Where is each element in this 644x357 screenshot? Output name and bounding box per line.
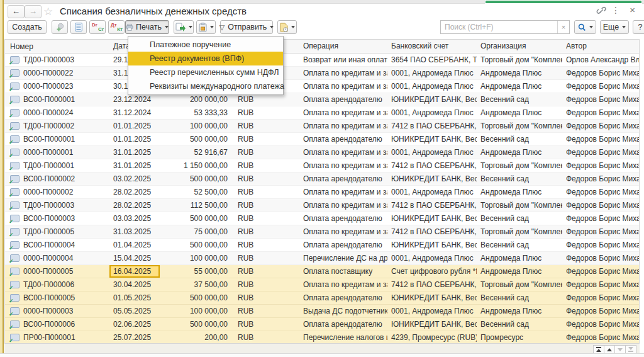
table-cell[interactable]: Оплата по кредитам и за… — [299, 159, 387, 172]
table-cell[interactable]: 31.01.2025 — [109, 159, 160, 172]
table-cell[interactable]: 100 000,00 — [160, 120, 230, 132]
table-cell[interactable]: Торговый дом "Комплекс… — [477, 54, 562, 66]
table-cell[interactable]: Оплата по кредитам и за… — [299, 80, 387, 93]
table-cell[interactable]: Торговый дом "Комплекс… — [477, 278, 562, 291]
table-cell[interactable]: 30.04.2025 — [109, 278, 160, 291]
table-cell[interactable]: 500 000,00 — [160, 212, 230, 225]
clipboard-button[interactable] — [196, 20, 216, 34]
table-cell[interactable]: Андромеда Плюс — [477, 305, 562, 317]
table-cell[interactable]: Федоров Борис Михайло… — [562, 252, 639, 264]
go-first-button[interactable] — [593, 345, 604, 354]
list-view-button[interactable] — [70, 20, 87, 34]
table-cell[interactable]: ЮНИКРЕДИТ БАНК, Вес… — [387, 292, 477, 304]
table-cell[interactable]: RUB — [230, 146, 299, 159]
table-cell[interactable]: RUB — [230, 305, 299, 317]
table-cell[interactable]: 55 000,00 — [160, 265, 230, 278]
table-cell[interactable]: 28.02.2025 — [109, 199, 160, 212]
table-cell[interactable]: ✓ВС00-П000003 — [5, 212, 109, 225]
table-cell[interactable]: Андромеда Плюс — [477, 106, 562, 119]
table-cell[interactable]: RUB — [230, 199, 299, 212]
print-menu-item[interactable]: Реквизиты международного платежа — [128, 79, 283, 93]
table-cell[interactable]: RUB — [230, 106, 299, 119]
table-cell[interactable]: Орлов Александр Влади… — [562, 54, 639, 66]
table-cell[interactable]: 500 000,00 — [160, 133, 230, 145]
table-cell[interactable]: 02.06.2025 — [109, 318, 160, 331]
table-row[interactable]: ✓0000-П00000228.02.202552 500,00RUBОплат… — [5, 186, 639, 199]
table-cell[interactable]: 16.04.2025 — [109, 265, 160, 278]
column-header[interactable]: Организация — [477, 40, 562, 53]
table-cell[interactable]: Андромеда Плюс — [477, 265, 562, 278]
table-cell[interactable]: Федоров Борис Михайло… — [562, 265, 639, 278]
table-cell[interactable]: 0001, Андромеда Плюс — [387, 80, 477, 93]
link-icon[interactable] — [596, 6, 606, 16]
dt-kt-button[interactable]: Дт Кт — [108, 20, 125, 34]
table-cell[interactable]: Федоров Борис Михайло… — [562, 67, 639, 79]
table-cell[interactable]: Федоров Борис Михайло… — [562, 239, 639, 251]
table-cell[interactable]: 500 000,00 — [160, 239, 230, 251]
table-cell[interactable]: 01.01.2025 — [109, 133, 160, 145]
forward-button[interactable]: → — [25, 5, 42, 18]
table-cell[interactable]: 500 000,00 — [160, 318, 230, 331]
table-cell[interactable]: 0001, Андромеда Плюс — [387, 67, 477, 79]
table-cell[interactable]: Весенний сад — [477, 318, 562, 331]
table-cell[interactable]: Оплата по кредитам и за… — [299, 225, 387, 238]
table-cell[interactable]: Оплата по кредитам и за… — [299, 146, 387, 159]
table-cell[interactable]: 05.05.2025 — [109, 305, 160, 317]
table-cell[interactable]: RUB — [230, 318, 299, 331]
table-cell[interactable]: 37 500,00 — [160, 278, 230, 291]
table-cell[interactable]: Весенний сад — [477, 212, 562, 225]
print-menu-item[interactable]: Реестр документов (ВПФ) — [128, 52, 283, 65]
print-button[interactable]: Печать — [125, 20, 169, 34]
go-previous-button[interactable] — [604, 345, 615, 354]
table-cell[interactable]: Федоров Борис Михайло… — [562, 186, 639, 198]
table-cell[interactable]: 75 000,00 — [160, 225, 230, 238]
table-cell[interactable]: Андромеда Плюс — [477, 146, 562, 159]
table-cell[interactable]: 31.12.2024 — [109, 106, 160, 119]
table-cell[interactable]: Оплата арендодателю — [299, 173, 387, 185]
table-cell[interactable]: 52 500,00 — [160, 186, 230, 198]
table-cell[interactable]: Андромеда Плюс — [477, 67, 562, 79]
table-cell[interactable]: 7412 в ПАО СБЕРБАНК, … — [387, 159, 477, 172]
column-header[interactable]: Банковский счет — [387, 40, 477, 53]
table-row[interactable]: ✓0000-П00000305.05.2025100 000,00RUBВыда… — [5, 305, 639, 318]
table-row[interactable]: ✓ВС00-П00000101.01.2025500 000,00RUBОпла… — [5, 133, 639, 146]
table-cell[interactable]: Оплата арендодателю — [299, 212, 387, 225]
table-cell[interactable]: Федоров Борис Михайло… — [562, 278, 639, 291]
table-cell[interactable]: 0001, Андромеда Плюс — [387, 106, 477, 119]
table-cell[interactable]: Федоров Борис Михайло… — [562, 120, 639, 132]
table-cell[interactable]: Торговый дом "Комплекс… — [477, 199, 562, 212]
table-cell[interactable]: Федоров Борис Михайло… — [562, 159, 639, 172]
table-cell[interactable]: Федоров Борис Михайло… — [562, 133, 639, 145]
table-cell[interactable]: ЮНИКРЕДИТ БАНК, Вес… — [387, 133, 477, 145]
table-cell[interactable]: 31.03.2025 — [109, 225, 160, 238]
more-button[interactable]: Еще — [600, 20, 629, 34]
table-cell[interactable]: Оплата по кредитам и за… — [299, 186, 387, 198]
table-cell[interactable]: Оплата по кредитам и за… — [299, 106, 387, 119]
table-cell[interactable]: Весенний сад — [477, 239, 562, 251]
table-cell[interactable]: Торговый дом "Комплекс… — [477, 225, 562, 238]
table-cell[interactable]: ✓ТД00-П000001 — [5, 159, 109, 172]
table-cell[interactable]: RUB — [230, 278, 299, 291]
table-cell[interactable]: 01.01.2025 — [109, 120, 160, 132]
table-cell[interactable]: 28.02.2025 — [109, 186, 160, 198]
table-cell[interactable]: 500 000,00 — [160, 173, 230, 185]
table-row[interactable]: ✓0000-П00002231.10.2024Оплата по кредита… — [5, 67, 639, 80]
table-cell[interactable]: 03.03.2025 — [109, 212, 160, 225]
table-row[interactable]: ✓ВС00-П00000203.02.2025500 000,00RUBОпла… — [5, 173, 639, 186]
table-cell[interactable]: 23.12.2024 — [109, 93, 160, 106]
table-cell[interactable]: Оплата арендодателю — [299, 239, 387, 251]
table-cell[interactable]: ✓0000-П000003 — [5, 305, 109, 317]
table-cell[interactable]: ✓ТД00-П000003 — [5, 54, 109, 66]
table-cell[interactable]: RUB — [230, 239, 299, 251]
table-row[interactable]: ✓0000-П00002431.12.202453 333,33RUBОплат… — [5, 106, 639, 120]
table-row[interactable]: ✓0000-П00000131.01.202552 916,67RUBОплат… — [5, 146, 639, 159]
column-header[interactable]: Операция — [299, 40, 387, 53]
table-cell[interactable]: ✓ВС00-П000006 — [5, 318, 109, 331]
table-cell[interactable]: Федоров Борис Михайло… — [562, 331, 639, 344]
table-row[interactable]: ✓ВС00-П00000303.03.2025500 000,00RUBОпла… — [5, 212, 639, 225]
table-cell[interactable]: Федоров Борис Михайло… — [562, 305, 639, 317]
table-cell[interactable]: 0001, Андромеда Плюс — [387, 186, 477, 198]
table-cell[interactable]: Возврат или иная оплата… — [299, 54, 387, 66]
table-cell[interactable]: Андромеда Плюс — [477, 252, 562, 264]
table-cell[interactable]: 53 333,33 — [160, 106, 230, 119]
